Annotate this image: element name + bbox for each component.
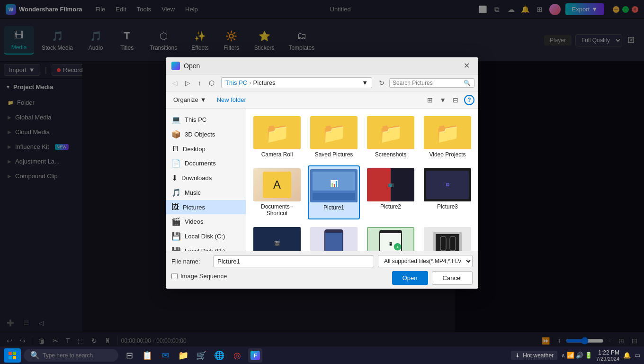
weather-icon: 🌡 (515, 352, 520, 359)
sidebar-music[interactable]: 🎵 Music (166, 185, 246, 200)
view-panel-icon[interactable]: ⊟ (450, 95, 461, 105)
file-picture1[interactable]: 📊 Picture1 (308, 165, 360, 219)
downloads-icon: ⬇ (171, 173, 178, 182)
breadcrumb-pictures[interactable]: Pictures (253, 79, 276, 86)
folder-screenshots[interactable]: 📁 Screenshots (365, 113, 417, 161)
sys-tray: ∧ 📶 🔊 🔋 (561, 352, 592, 359)
svg-rect-1 (9, 352, 12, 355)
sidebar-this-pc[interactable]: 💻 This PC (166, 112, 246, 127)
forward-button[interactable]: ▷ (182, 78, 193, 88)
file-documents-shortcut[interactable]: A Documents - Shortcut (251, 165, 303, 219)
folder-camera-roll[interactable]: 📁 Camera Roll (251, 113, 303, 161)
start-button[interactable] (4, 348, 21, 363)
weather-widget[interactable]: 🌡 Hot weather (511, 351, 557, 360)
dialog-body: 💻 This PC 📦 3D Objects 🖥 Desktop 📄 Docum… (166, 109, 478, 251)
taskbar-edge[interactable]: 🌐 (212, 348, 226, 363)
organize-button[interactable]: Organize ▼ (170, 95, 210, 105)
picture1-thumb: 📊 (310, 169, 358, 202)
new-folder-button[interactable]: New folder (213, 95, 250, 105)
svg-rect-2 (13, 352, 16, 355)
screenshots-thumb: 📁 (367, 116, 414, 149)
open-button[interactable]: Open (392, 271, 428, 285)
help-button[interactable]: ? (464, 95, 474, 105)
svg-rect-32 (450, 237, 456, 251)
dialog-overlay: Open ✕ ◁ ▷ ↑ ⬡ This PC › Pictures ▼ ↻ 🔍 (0, 0, 644, 346)
sidebar-documents[interactable]: 📄 Documents (166, 156, 246, 171)
taskbar-app-2[interactable]: ✉ (158, 348, 172, 363)
sidebar-desktop[interactable]: 🖥 Desktop (166, 142, 246, 156)
image-sequence-row: Image Sequence (171, 273, 227, 280)
breadcrumb-chevron-icon[interactable]: ▼ (362, 79, 368, 86)
taskview-icon[interactable]: ⊟ (122, 348, 136, 363)
refresh-button[interactable]: ↻ (376, 78, 387, 88)
sidebar-downloads[interactable]: ⬇ Downloads (166, 171, 246, 185)
samsung-01-thumb (310, 227, 358, 251)
svg-text:📺: 📺 (388, 182, 394, 188)
taskbar-chrome[interactable]: ◎ (230, 348, 244, 363)
battery-icon[interactable]: 🔋 (585, 352, 592, 359)
show-desktop-icon[interactable]: ▭ (635, 352, 640, 359)
notifications-icon[interactable]: 🔔 (623, 352, 631, 359)
organize-chevron-icon: ▼ (200, 96, 206, 103)
file-samsung-03[interactable]: root-samsung-tablet-03 (421, 224, 474, 251)
view-chevron-icon[interactable]: ▼ (437, 95, 449, 105)
view-icons: ⊞ ▼ ⊟ (424, 95, 461, 105)
breadcrumb-sep: › (249, 79, 251, 86)
up-button[interactable]: ↑ (195, 78, 204, 88)
chevron-up-icon[interactable]: ∧ (561, 352, 565, 359)
sidebar-pictures[interactable]: 🖼 Pictures (166, 200, 246, 214)
file-picture3[interactable]: 🖥 Picture3 (421, 165, 474, 219)
taskbar-app-3[interactable]: 📁 (176, 348, 190, 363)
taskbar-right: 🌡 Hot weather ∧ 📶 🔊 🔋 1:22 PM 7/29/2024 … (511, 349, 640, 362)
search-icon: 🔍 (30, 351, 40, 360)
taskbar-app-4[interactable]: 🛒 (194, 348, 208, 363)
svg-rect-31 (440, 237, 446, 251)
documents-shortcut-thumb: A (253, 168, 301, 201)
videos-icon: 🎬 (171, 217, 181, 226)
cancel-button[interactable]: Cancel (432, 271, 473, 285)
sidebar-local-d[interactable]: 💾 Local Disk (D:) (166, 244, 246, 251)
sidebar-local-c[interactable]: 💾 Local Disk (C:) (166, 229, 246, 244)
taskbar-icons: ⊟ 📋 ✉ 📁 🛒 🌐 ◎ F (122, 348, 262, 363)
video-projects-thumb: 📁 (424, 116, 471, 149)
file-picture4[interactable]: 🎬 Picture4 (251, 224, 303, 251)
taskbar-filmora[interactable]: F (248, 348, 262, 363)
search-box-dialog: 🔍 (389, 78, 474, 88)
dialog-toolbar: Organize ▼ New folder ⊞ ▼ ⊟ ? (166, 91, 478, 109)
file-samsung-02[interactable]: 📱 + root-samsung-tablet-02 (365, 224, 417, 251)
back-button[interactable]: ◁ (170, 78, 180, 88)
search-box[interactable]: 🔍 (24, 349, 118, 362)
clock[interactable]: 1:22 PM 7/29/2024 (596, 349, 619, 362)
dialog-close-button[interactable]: ✕ (461, 60, 473, 71)
dialog-sidebar: 💻 This PC 📦 3D Objects 🖥 Desktop 📄 Docum… (166, 109, 246, 251)
search-input[interactable] (43, 352, 109, 359)
image-sequence-checkbox[interactable] (171, 273, 178, 279)
search-pictures-input[interactable] (393, 80, 464, 86)
filename-input[interactable] (213, 255, 374, 267)
folder-video-projects[interactable]: 📁 Video Projects (421, 113, 474, 161)
samsung-03-thumb (424, 227, 471, 251)
file-samsung-01[interactable]: root-samsung-tablet-01 (308, 224, 360, 251)
svg-text:📊: 📊 (330, 180, 339, 188)
documents-icon: 📄 (171, 159, 181, 168)
filetype-select[interactable]: All supported files(*.MP4;*.FLV; (378, 255, 473, 267)
volume-icon[interactable]: 🔊 (576, 352, 583, 359)
file-picture2[interactable]: 📺 Picture2 (365, 165, 417, 219)
network-icon[interactable]: 📶 (567, 352, 574, 359)
taskbar-app-1[interactable]: 📋 (140, 348, 154, 363)
computer-icon: 💻 (171, 115, 181, 124)
music-sidebar-icon: 🎵 (171, 188, 181, 197)
sidebar-3d-objects[interactable]: 📦 3D Objects (166, 127, 246, 142)
nav-icon[interactable]: ⬡ (206, 78, 217, 88)
svg-rect-11 (391, 168, 414, 201)
breadcrumb-this-pc[interactable]: This PC (225, 79, 247, 86)
pictures-icon: 🖼 (171, 203, 179, 211)
samsung-02-thumb: 📱 + (367, 227, 414, 251)
folder-saved-pictures[interactable]: 📁 Saved Pictures (308, 113, 360, 161)
filename-label: File name: (171, 258, 209, 265)
view-large-icon[interactable]: ⊞ (424, 95, 436, 105)
disk-d-icon: 💾 (171, 246, 181, 251)
picture4-thumb: 🎬 (253, 227, 301, 251)
svg-text:📱: 📱 (388, 241, 393, 246)
sidebar-videos[interactable]: 🎬 Videos (166, 214, 246, 229)
